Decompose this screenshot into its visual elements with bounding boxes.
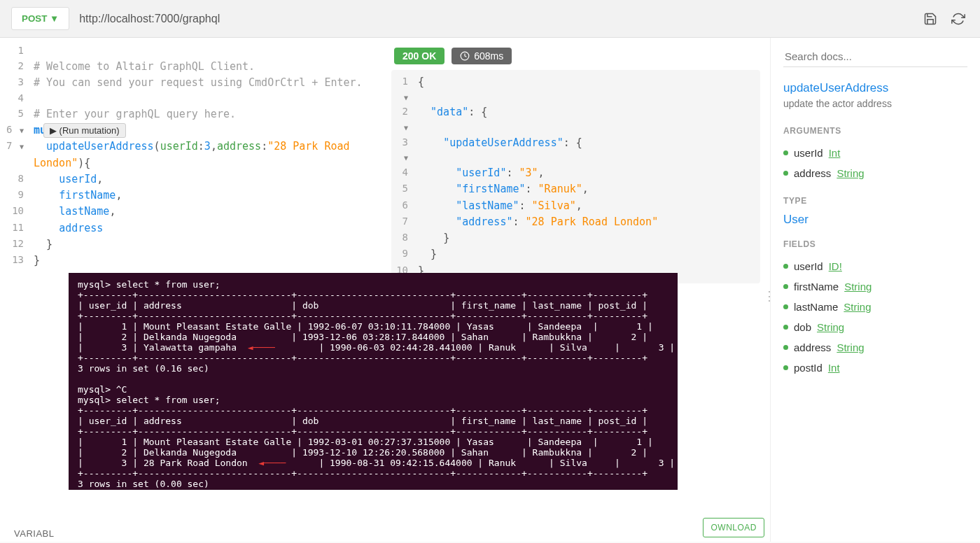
section-fields: FIELDS (783, 239, 967, 249)
section-arguments: ARGUMENTS (783, 126, 967, 136)
bullet-icon (783, 304, 788, 309)
doc-operation-title[interactable]: updateUserAddress (783, 81, 967, 95)
clock-icon (460, 51, 470, 61)
status-badge: 200 OK (394, 48, 444, 64)
bullet-icon (783, 365, 788, 370)
time-badge: 608ms (451, 48, 512, 64)
type-link[interactable]: Int (829, 147, 841, 159)
download-button[interactable]: OWNLOAD (703, 518, 764, 537)
field-row: firstName String (783, 276, 967, 297)
section-type: TYPE (783, 196, 967, 206)
type-link[interactable]: Int (828, 362, 840, 374)
field-row: dob String (783, 317, 967, 337)
field-row: postId Int (783, 358, 967, 378)
type-link[interactable]: String (844, 301, 871, 313)
bullet-icon (783, 150, 788, 155)
type-link[interactable]: ID! (829, 260, 842, 272)
type-link[interactable]: String (844, 281, 872, 292)
bullet-icon (783, 345, 788, 350)
type-link[interactable]: String (817, 321, 844, 333)
arrow-icon: ◄──── (248, 342, 275, 353)
reload-icon[interactable] (948, 8, 969, 29)
topbar: POST ▼ (0, 0, 980, 38)
type-link[interactable]: User (783, 213, 967, 227)
http-method-button[interactable]: POST ▼ (11, 7, 69, 30)
type-link[interactable]: String (836, 167, 864, 179)
url-input[interactable] (76, 8, 913, 29)
field-row: address String (783, 337, 967, 358)
run-mutation-button[interactable]: ▶ (Run mutation) (43, 123, 126, 138)
field-row: userId ID! (783, 256, 967, 276)
terminal-output: mysql> select * from user; +---------+--… (69, 273, 678, 490)
field-row: lastName String (783, 297, 967, 317)
argument-row: userId Int (783, 143, 967, 163)
type-link[interactable]: String (836, 341, 864, 353)
bullet-icon (783, 264, 788, 269)
drag-handle-icon[interactable]: ⋮ (763, 290, 776, 302)
bullet-icon (783, 171, 788, 176)
docs-panel: updateUserAddress update the actor addre… (770, 38, 980, 542)
docs-search-input[interactable] (783, 46, 967, 67)
arrow-icon: ◄──── (258, 458, 286, 468)
save-icon[interactable] (920, 8, 941, 29)
doc-operation-desc: update the actor address (783, 98, 967, 109)
bullet-icon (783, 325, 788, 330)
bullet-icon (783, 284, 788, 289)
variables-panel-label[interactable]: VARIABL (14, 528, 54, 539)
argument-row: address String (783, 163, 967, 183)
response-json[interactable]: 1 ▼{ 2 ▼ "data": { 3 ▼ "updateUserAddres… (391, 70, 760, 283)
